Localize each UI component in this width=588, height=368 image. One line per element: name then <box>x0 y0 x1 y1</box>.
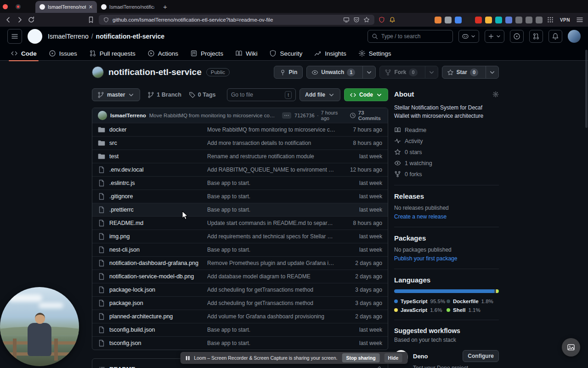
file-commit-message[interactable]: Add requirements and technical specs for… <box>207 233 341 240</box>
file-name-link[interactable]: .eslintrc.js <box>109 180 135 186</box>
window-close-dot[interactable] <box>3 4 8 9</box>
fork-dropdown[interactable] <box>425 66 438 78</box>
extension-icon[interactable] <box>465 17 472 23</box>
table-row[interactable]: tsconfig.json Base app to start. last we… <box>92 336 388 350</box>
adblock-extension-icon[interactable] <box>379 17 385 23</box>
language-item[interactable]: Dockerfile 1.8% <box>447 299 499 304</box>
webcam-bubble[interactable] <box>0 287 79 366</box>
table-row[interactable]: .env.dev.local Add RABBITMQ_QUEUE_NAME t… <box>92 163 388 176</box>
language-item[interactable]: JavaScript 1.6% <box>394 307 447 313</box>
reload-button[interactable] <box>28 16 35 23</box>
copilot-button[interactable] <box>458 30 479 43</box>
table-row[interactable]: nest-cli.json Base app to start. last we… <box>92 243 388 256</box>
table-row[interactable]: .eslintrc.js Base app to start. last wee… <box>92 176 388 190</box>
file-name-link[interactable]: test <box>109 153 119 160</box>
file-name-link[interactable]: planned-architecture.png <box>109 313 173 320</box>
table-row[interactable]: test Rename and restructure notification… <box>92 150 388 163</box>
extension-icon[interactable] <box>536 17 543 23</box>
star-dropdown[interactable] <box>486 66 498 78</box>
forward-button[interactable] <box>16 16 23 23</box>
table-row[interactable]: .prettierrc Base app to start. last week <box>92 203 388 216</box>
file-name-link[interactable]: docker <box>109 126 127 133</box>
screenshot-fab[interactable] <box>562 338 580 356</box>
pause-icon[interactable] <box>186 356 190 360</box>
file-name-link[interactable]: .prettierrc <box>109 207 134 213</box>
file-commit-message[interactable]: Add volume for Grafana dashboard provisi… <box>207 313 341 320</box>
table-row[interactable]: src Add more transaction details to noti… <box>92 136 388 150</box>
extension-icon[interactable] <box>475 17 482 23</box>
file-commit-message[interactable]: Add database model diagram to README <box>207 273 341 280</box>
file-commit-message[interactable]: Rename and restructure notification modu… <box>207 153 341 160</box>
table-row[interactable]: notification-service-model-db.png Add da… <box>92 270 388 283</box>
vpn-label[interactable]: VPN <box>560 17 570 23</box>
about-stat[interactable]: Activity <box>394 138 499 144</box>
go-to-file-input[interactable] <box>231 92 282 98</box>
code-button[interactable]: Code <box>344 88 388 101</box>
browser-tab[interactable]: IsmaelTerreno/notification-worke... ✕ <box>97 1 158 13</box>
repo-nav-tab[interactable]: Code <box>5 46 43 61</box>
scrollbar-thumb[interactable] <box>585 50 588 128</box>
commits-link[interactable]: 73 Commits <box>350 110 382 121</box>
tab-close-icon[interactable]: ✕ <box>89 4 93 10</box>
create-release-link[interactable]: Create a new release <box>394 213 499 220</box>
repo-nav-tab[interactable]: Settings <box>352 46 397 61</box>
global-search[interactable] <box>368 30 453 43</box>
about-stat[interactable]: Readme <box>394 126 499 133</box>
table-row[interactable]: tsconfig.build.json Base app to start. l… <box>92 323 388 336</box>
breadcrumb-owner[interactable]: IsmaelTerreno <box>48 33 89 40</box>
file-commit-message[interactable]: Base app to start. <box>207 327 341 333</box>
extension-icon[interactable] <box>495 17 502 23</box>
extension-icon[interactable] <box>485 17 492 23</box>
tracking-shield-icon[interactable] <box>103 17 109 23</box>
extension-icon[interactable] <box>526 17 532 23</box>
file-commit-message[interactable]: Add scheduling for getTransactions metho… <box>207 287 341 293</box>
commit-sha[interactable]: 7126736 <box>294 113 315 118</box>
table-row[interactable]: package-lock.json Add scheduling for get… <box>92 283 388 296</box>
repo-nav-tab[interactable]: Insights <box>308 46 352 61</box>
file-commit-message[interactable]: Move RabbitMQ from monitoring to microse… <box>207 126 341 133</box>
commit-author[interactable]: IsmaelTerreno <box>110 113 146 118</box>
file-name-link[interactable]: README.md <box>109 220 143 226</box>
issues-icon-button[interactable] <box>510 30 524 43</box>
file-name-link[interactable]: tsconfig.json <box>109 340 141 346</box>
file-commit-message[interactable]: Remove Prometheus plugin and update Graf… <box>207 260 341 266</box>
about-gear-icon[interactable] <box>492 91 499 98</box>
table-row[interactable]: planned-architecture.png Add volume for … <box>92 310 388 323</box>
file-name-link[interactable]: src <box>109 140 117 146</box>
pencil-icon[interactable] <box>375 366 381 368</box>
browser-menu-icon[interactable] <box>576 16 583 23</box>
file-name-link[interactable]: .env.dev.local <box>109 167 144 173</box>
file-name-link[interactable]: notification-service-model-db.png <box>109 273 194 280</box>
browser-tab[interactable]: IsmaelTerreno/notification... ✕ <box>35 1 97 13</box>
extension-icon[interactable] <box>515 17 522 23</box>
url-field[interactable]: github.com/IsmaelTerreno/notification-et… <box>99 15 374 25</box>
file-name-link[interactable]: package-lock.json <box>109 287 155 293</box>
repo-nav-tab[interactable]: Wiki <box>229 46 264 61</box>
repo-nav-tab[interactable]: Projects <box>184 46 229 61</box>
breadcrumb-repo[interactable]: notification-etl-service <box>96 33 164 40</box>
file-commit-message[interactable]: Base app to start. <box>207 193 341 200</box>
pull-requests-icon-button[interactable] <box>529 30 543 43</box>
language-bar[interactable] <box>394 289 499 293</box>
page-title[interactable]: notification-etl-service <box>108 67 202 77</box>
add-file-button[interactable]: Add file <box>300 88 340 101</box>
pin-button[interactable]: Pin <box>274 66 303 79</box>
extension-icon[interactable] <box>455 17 462 23</box>
configure-button[interactable]: Configure <box>463 350 499 362</box>
extension-icon[interactable] <box>435 17 441 23</box>
file-name-link[interactable]: tsconfig.build.json <box>109 327 155 333</box>
file-commit-message[interactable]: Base app to start. <box>207 340 341 346</box>
user-avatar[interactable] <box>568 30 581 43</box>
file-commit-message[interactable]: Update start commands in README.md to se… <box>207 220 341 226</box>
extension-icon[interactable] <box>505 17 512 23</box>
commit-message-link[interactable]: Move RabbitMQ from monitoring to microse… <box>149 113 279 118</box>
file-commit-message[interactable]: Base app to start. <box>207 180 341 186</box>
about-stat[interactable]: 0 stars <box>394 149 499 155</box>
language-item[interactable]: Shell 1.1% <box>447 307 499 313</box>
language-item[interactable]: TypeScript 95.5% <box>394 299 447 304</box>
alarm-extension-icon[interactable] <box>389 17 396 23</box>
file-commit-message[interactable]: Add RABBITMQ_QUEUE_NAME to environment c… <box>207 167 341 173</box>
file-commit-message[interactable]: Base app to start. <box>207 247 341 253</box>
file-name-link[interactable]: img.png <box>109 233 130 240</box>
commit-kebab-button[interactable] <box>282 112 291 119</box>
